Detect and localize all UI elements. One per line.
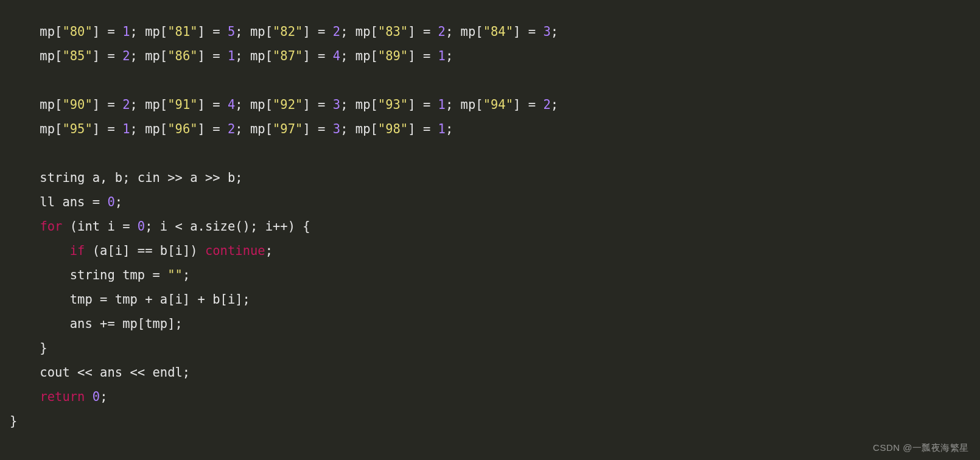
code-token: ; mp[ [130,122,168,136]
code-token: tmp = tmp + a[i] + b[i]; [10,292,250,307]
code-token: ; i < a.size(); i++) { [145,219,310,234]
code-line: mp["85"] = 2; mp["86"] = 1; mp["87"] = 4… [10,49,453,63]
code-token: string tmp = [10,268,167,282]
code-token: ; [551,24,558,39]
code-token: 1 [438,122,446,136]
code-token: "81" [167,24,197,39]
code-token: "83" [378,24,408,39]
code-token: ; mp[ [235,49,273,63]
code-token: ; [551,97,558,112]
code-token: 2 [122,49,130,63]
code-token: 2 [122,97,130,112]
code-token: "91" [167,97,197,112]
code-token: string a, b; cin >> a >> b; [10,170,243,185]
code-token: ] = [408,49,438,63]
code-token: "" [167,268,183,282]
code-line: if (a[i] == b[i]) continue; [10,243,273,258]
code-line: cout << ans << endl; [10,365,190,380]
code-token: ; mp[ [340,49,378,63]
code-token: "82" [273,24,303,39]
code-line: ans += mp[tmp]; [10,316,183,331]
code-token: 5 [228,24,235,39]
code-token: ] = [198,24,228,39]
code-line: mp["90"] = 2; mp["91"] = 4; mp["92"] = 3… [10,97,558,112]
code-token: ; mp[ [446,24,483,39]
code-token [10,219,40,234]
code-token: ll ans = [10,195,107,209]
code-token: (int i = [62,219,137,234]
code-line: } [10,341,47,355]
code-token: ; mp[ [130,24,168,39]
code-token: 4 [228,97,235,112]
code-token: ] = [303,122,332,136]
code-token: "98" [378,122,408,136]
code-token: 3 [333,97,340,112]
code-token: } [10,341,47,355]
code-token [10,243,70,258]
code-token: ] = [93,49,122,63]
code-token: 2 [438,24,446,39]
code-token: 0 [138,219,145,234]
code-token [10,389,40,404]
code-block: mp["80"] = 1; mp["81"] = 5; mp["82"] = 2… [0,0,980,433]
code-token: "92" [273,97,303,112]
code-token: continue [205,243,265,258]
code-token: mp[ [10,122,62,136]
code-token: ; [183,268,190,282]
code-token: ; mp[ [235,122,273,136]
code-token: ] = [198,122,228,136]
code-line: mp["95"] = 1; mp["96"] = 2; mp["97"] = 3… [10,122,453,136]
code-token: "90" [62,97,92,112]
code-line: for (int i = 0; i < a.size(); i++) { [10,219,310,234]
code-token: 1 [438,97,446,112]
code-line: } [10,414,17,428]
code-token: cout << ans << endl; [10,365,190,380]
code-token: 1 [228,49,235,63]
code-token: ; mp[ [235,24,273,39]
code-token: ; mp[ [446,97,483,112]
code-token: ; [100,389,107,404]
code-token: ] = [93,122,122,136]
code-token: "89" [378,49,408,63]
code-token: mp[ [10,49,62,63]
code-line: string tmp = ""; [10,268,190,282]
code-token: "80" [62,24,92,39]
code-line: return 0; [10,389,107,404]
code-token: (a[i] == b[i]) [85,243,205,258]
code-token: if [70,243,85,258]
code-token: 3 [543,24,550,39]
code-token: ] = [408,24,438,39]
code-token [85,389,92,404]
code-token: ; mp[ [340,97,378,112]
code-line: mp["80"] = 1; mp["81"] = 5; mp["82"] = 2… [10,24,558,39]
code-token: ; [265,243,273,258]
code-token: ] = [513,97,543,112]
code-token: mp[ [10,24,62,39]
code-token: ; [115,195,122,209]
code-token: 3 [333,122,340,136]
code-line: string a, b; cin >> a >> b; [10,170,243,185]
code-token: ] = [93,24,122,39]
code-token: 0 [107,195,114,209]
code-token: } [10,414,17,428]
code-token: 1 [122,122,130,136]
code-token: "97" [273,122,303,136]
code-token: return [40,389,85,404]
code-token: 4 [333,49,340,63]
code-token: ] = [303,97,332,112]
code-token: ; mp[ [235,97,273,112]
code-token: "94" [483,97,513,112]
code-token: ; mp[ [130,97,168,112]
code-token: ] = [303,49,332,63]
code-token: "96" [167,122,197,136]
code-token: for [40,219,62,234]
code-token: mp[ [10,97,62,112]
code-line: ll ans = 0; [10,195,122,209]
code-token: "85" [62,49,92,63]
code-token: 1 [438,49,446,63]
code-line: tmp = tmp + a[i] + b[i]; [10,292,250,307]
code-token: ; [446,49,453,63]
code-token: ] = [408,122,438,136]
code-token: ; mp[ [340,24,378,39]
code-token: 0 [93,389,100,404]
